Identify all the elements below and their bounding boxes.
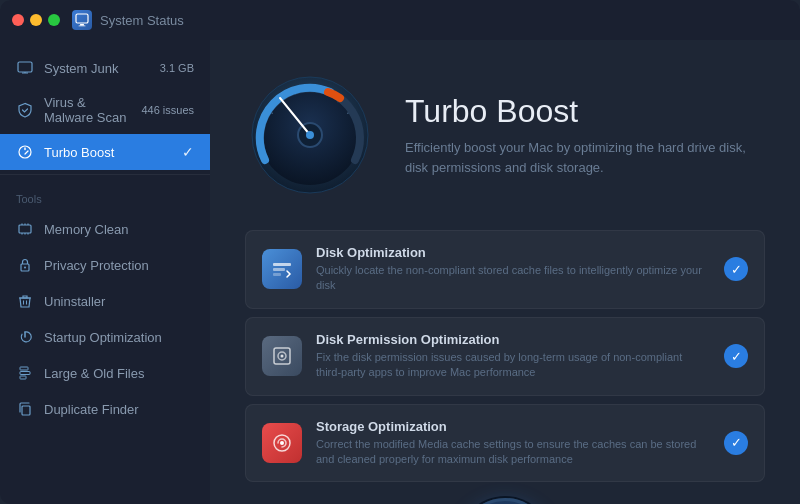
app-icon xyxy=(72,10,92,30)
maximize-button[interactable] xyxy=(48,14,60,26)
sidebar: System Junk 3.1 GB Virus & Malware Scan … xyxy=(0,40,210,504)
disk-optimization-text: Disk Optimization Quickly locate the non… xyxy=(316,245,710,294)
svg-rect-39 xyxy=(273,273,281,276)
svg-rect-2 xyxy=(79,26,86,27)
svg-point-36 xyxy=(306,131,314,139)
sidebar-item-startup-optimization[interactable]: Startup Optimization xyxy=(0,319,210,355)
feature-card-storage-optimization: Storage Optimization Correct the modifie… xyxy=(245,404,765,483)
trash-icon xyxy=(16,292,34,310)
svg-rect-0 xyxy=(76,14,88,23)
virus-malware-label: Virus & Malware Scan xyxy=(44,95,131,125)
titlebar: System Status xyxy=(0,0,800,40)
svg-point-17 xyxy=(24,267,26,269)
storage-optimization-text: Storage Optimization Correct the modifie… xyxy=(316,419,710,468)
sidebar-item-duplicate-finder[interactable]: Duplicate Finder xyxy=(0,391,210,427)
sidebar-item-memory-clean[interactable]: Memory Clean xyxy=(0,211,210,247)
svg-rect-37 xyxy=(273,263,291,266)
features-list: Disk Optimization Quickly locate the non… xyxy=(245,230,765,482)
disk-optimization-icon xyxy=(262,249,302,289)
disk-optimization-check: ✓ xyxy=(724,257,748,281)
power-icon xyxy=(16,328,34,346)
main-layout: System Junk 3.1 GB Virus & Malware Scan … xyxy=(0,40,800,504)
tools-section-label: Tools xyxy=(0,179,210,211)
traffic-lights xyxy=(12,14,60,26)
gauge-svg xyxy=(245,70,375,200)
app-title-bar: System Status xyxy=(72,10,184,30)
duplicate-finder-label: Duplicate Finder xyxy=(44,402,194,417)
uninstaller-label: Uninstaller xyxy=(44,294,194,309)
feature-card-disk-optimization: Disk Optimization Quickly locate the non… xyxy=(245,230,765,309)
svg-rect-3 xyxy=(18,62,32,72)
storage-optimization-desc: Correct the modified Media cache setting… xyxy=(316,437,710,468)
minimize-button[interactable] xyxy=(30,14,42,26)
svg-rect-22 xyxy=(20,372,30,375)
header-text: Turbo Boost Efficiently boost your Mac b… xyxy=(405,93,765,177)
gauge-container xyxy=(245,70,375,200)
app-title: System Status xyxy=(100,13,184,28)
memory-icon xyxy=(16,220,34,238)
sidebar-item-privacy-protection[interactable]: Privacy Protection xyxy=(0,247,210,283)
system-junk-badge: 3.1 GB xyxy=(160,62,194,74)
copy-icon xyxy=(16,400,34,418)
sidebar-item-virus-malware[interactable]: Virus & Malware Scan 446 issues xyxy=(0,86,210,134)
startup-optimization-label: Startup Optimization xyxy=(44,330,194,345)
privacy-protection-label: Privacy Protection xyxy=(44,258,194,273)
svg-rect-38 xyxy=(273,268,285,271)
svg-rect-9 xyxy=(19,225,31,233)
sidebar-divider xyxy=(0,174,210,175)
storage-optimization-title: Storage Optimization xyxy=(316,419,710,434)
storage-optimization-icon xyxy=(262,423,302,463)
svg-rect-21 xyxy=(20,367,28,370)
boost-button[interactable]: Boost xyxy=(460,498,550,504)
monitor-icon xyxy=(16,59,34,77)
lock-icon xyxy=(16,256,34,274)
sidebar-item-uninstaller[interactable]: Uninstaller xyxy=(0,283,210,319)
content-header: Turbo Boost Efficiently boost your Mac b… xyxy=(245,70,765,200)
large-old-files-label: Large & Old Files xyxy=(44,366,194,381)
system-junk-label: System Junk xyxy=(44,61,150,76)
disk-permission-icon xyxy=(262,336,302,376)
close-button[interactable] xyxy=(12,14,24,26)
disk-permission-check: ✓ xyxy=(724,344,748,368)
disk-optimization-title: Disk Optimization xyxy=(316,245,710,260)
svg-rect-1 xyxy=(80,24,84,26)
svg-rect-23 xyxy=(20,376,26,379)
turbo-boost-label: Turbo Boost xyxy=(44,145,172,160)
disk-permission-text: Disk Permission Optimization Fix the dis… xyxy=(316,332,710,381)
svg-point-44 xyxy=(280,441,284,445)
virus-malware-badge: 446 issues xyxy=(141,104,194,116)
svg-rect-24 xyxy=(22,406,30,415)
memory-clean-label: Memory Clean xyxy=(44,222,194,237)
sidebar-item-turbo-boost[interactable]: Turbo Boost ✓ xyxy=(0,134,210,170)
svg-point-42 xyxy=(281,355,284,358)
sidebar-item-system-junk[interactable]: System Junk 3.1 GB xyxy=(0,50,210,86)
disk-permission-desc: Fix the disk permission issues caused by… xyxy=(316,350,710,381)
checkmark-icon: ✓ xyxy=(182,144,194,160)
disk-permission-title: Disk Permission Optimization xyxy=(316,332,710,347)
feature-card-disk-permission: Disk Permission Optimization Fix the dis… xyxy=(245,317,765,396)
boost-button-container: Boost xyxy=(245,498,765,504)
content-title: Turbo Boost xyxy=(405,93,765,130)
disk-optimization-desc: Quickly locate the non-compliant stored … xyxy=(316,263,710,294)
svg-line-8 xyxy=(25,151,28,154)
content-area: Turbo Boost Efficiently boost your Mac b… xyxy=(210,40,800,504)
rocket-icon xyxy=(16,143,34,161)
shield-icon xyxy=(16,101,34,119)
file-icon xyxy=(16,364,34,382)
content-description: Efficiently boost your Mac by optimizing… xyxy=(405,138,765,177)
sidebar-item-large-old-files[interactable]: Large & Old Files xyxy=(0,355,210,391)
storage-optimization-check: ✓ xyxy=(724,431,748,455)
